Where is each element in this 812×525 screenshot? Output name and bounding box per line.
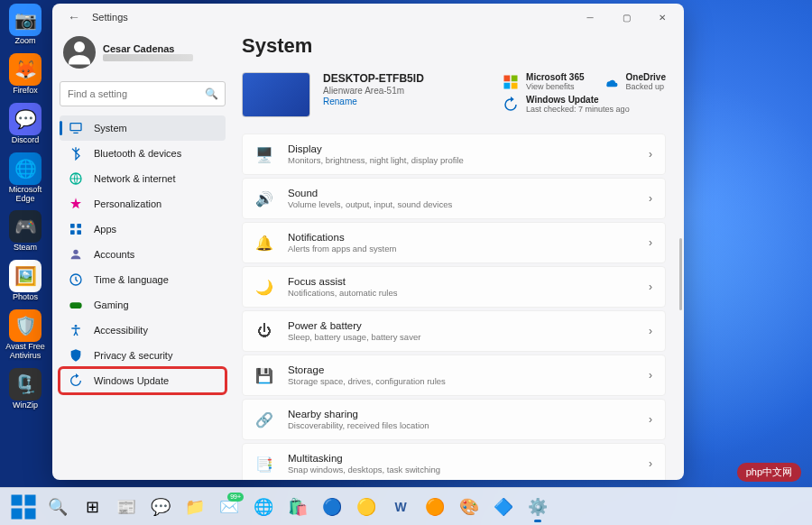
chevron-right-icon: ›	[649, 369, 652, 382]
card-title: Notifications	[288, 232, 634, 243]
user-account-row[interactable]: Cesar Cadenas	[60, 31, 226, 78]
app-icon-3[interactable]: 🎨	[453, 491, 485, 523]
nav-item-time-language[interactable]: Time & language	[60, 267, 226, 292]
nav-item-privacy-security[interactable]: Privacy & security	[60, 343, 226, 368]
setting-card-sound[interactable]: 🔊SoundVolume levels, output, input, soun…	[242, 178, 666, 219]
gaming-icon	[69, 298, 83, 312]
app-icon-4[interactable]: 🔷	[487, 491, 520, 523]
app-icon-2[interactable]: 🟠	[419, 491, 451, 523]
setting-card-storage[interactable]: 💾StorageStorage space, drives, configura…	[242, 355, 666, 396]
store-icon[interactable]: 🛍️	[281, 491, 314, 523]
user-name: Cesar Cadenas	[103, 43, 193, 54]
network-icon	[69, 171, 83, 186]
device-thumbnail	[242, 72, 310, 117]
setting-card-power-battery[interactable]: ⏻Power & batterySleep, battery usage, ba…	[242, 310, 666, 352]
minimize-button[interactable]: ─	[572, 4, 608, 31]
back-button[interactable]: ←	[56, 4, 92, 31]
icon-label: WinZip	[13, 401, 38, 410]
svg-rect-12	[504, 75, 511, 81]
card-icon: 💾	[255, 366, 273, 384]
nav-item-accessibility[interactable]: Accessibility	[60, 318, 226, 343]
desktop-icon-microsoft-edge[interactable]: 🌐Microsoft Edge	[4, 152, 47, 204]
status-update-status[interactable]: Windows UpdateLast checked: 7 minutes ag…	[503, 95, 666, 114]
nav-label: System	[94, 123, 127, 134]
mail-badge: 99+	[227, 493, 244, 502]
desktop-icon-firefox[interactable]: 🦊Firefox	[4, 53, 47, 96]
card-subtitle: Monitors, brightness, night light, displ…	[288, 155, 634, 165]
setting-card-focus-assist[interactable]: 🌙Focus assistNotifications, automatic ru…	[242, 266, 666, 308]
nav-item-apps[interactable]: Apps	[60, 216, 226, 242]
chrome-icon[interactable]: 🟡	[350, 491, 383, 523]
privacy-icon	[69, 348, 83, 363]
close-button[interactable]: ✕	[644, 4, 680, 31]
setting-card-notifications[interactable]: 🔔NotificationsAlerts from apps and syste…	[242, 222, 666, 263]
taskbar: 🔍 ⊞ 📰 💬 📁 ✉️99+ 🌐 🛍️ 🔵 🟡 W 🟠 🎨 🔷 ⚙️	[0, 487, 812, 525]
svg-rect-6	[70, 230, 75, 235]
card-subtitle: Volume levels, output, input, sound devi…	[288, 199, 634, 209]
desktop-icon-steam[interactable]: 🎮Steam	[4, 210, 47, 253]
nav-label: Privacy & security	[94, 350, 172, 361]
setting-card-nearby-sharing[interactable]: 🔗Nearby sharingDiscoverability, received…	[242, 399, 666, 440]
file-explorer-icon[interactable]: 📁	[179, 491, 211, 523]
status-onedrive[interactable]: OneDriveBacked up	[603, 72, 666, 91]
svg-point-8	[73, 250, 78, 254]
chevron-right-icon: ›	[649, 281, 652, 293]
svg-rect-14	[504, 82, 511, 88]
svg-point-0	[74, 41, 85, 52]
nav-list: SystemBluetooth & devicesNetwork & inter…	[60, 115, 226, 393]
app-icon: 🖼️	[9, 260, 42, 292]
card-title: Storage	[288, 364, 634, 375]
app-icon-1[interactable]: 🔵	[316, 491, 348, 523]
card-icon: 🖥️	[255, 145, 273, 163]
maximize-button[interactable]: ▢	[608, 4, 644, 31]
search-input[interactable]	[60, 81, 226, 106]
setting-card-multitasking[interactable]: 📑MultitaskingSnap windows, desktops, tas…	[242, 443, 666, 480]
desktop-icon-winzip[interactable]: 🗜️WinZip	[4, 368, 47, 410]
svg-rect-15	[512, 82, 518, 88]
widgets-icon[interactable]: 📰	[110, 491, 143, 523]
edge-icon[interactable]: 🌐	[247, 491, 280, 523]
card-subtitle: Discoverability, received files location	[288, 420, 634, 430]
m365-icon	[503, 74, 519, 90]
desktop-icon-photos[interactable]: 🖼️Photos	[4, 260, 47, 302]
rename-link[interactable]: Rename	[323, 97, 424, 106]
start-button[interactable]	[7, 491, 40, 523]
desktop-icon-avast-free-antivirus[interactable]: 🛡️Avast Free Antivirus	[4, 309, 47, 361]
window-titlebar: ← Settings ─ ▢ ✕	[52, 4, 684, 31]
settings-sidebar: Cesar Cadenas 🔍 SystemBluetooth & device…	[52, 31, 233, 480]
settings-window: ← Settings ─ ▢ ✕ Cesar Cadenas 🔍	[52, 4, 684, 480]
scrollbar-thumb[interactable]	[679, 238, 682, 310]
setting-card-display[interactable]: 🖥️DisplayMonitors, brightness, night lig…	[242, 134, 666, 175]
desktop-icon-zoom[interactable]: 📷Zoom	[4, 4, 47, 46]
nav-label: Apps	[94, 224, 116, 235]
bluetooth-icon	[69, 146, 83, 161]
icon-label: Microsoft Edge	[4, 186, 47, 204]
taskbar-search-icon[interactable]: 🔍	[42, 491, 74, 523]
nav-item-bluetooth-devices[interactable]: Bluetooth & devices	[60, 141, 226, 166]
user-avatar	[63, 36, 96, 69]
search-box: 🔍	[60, 81, 226, 106]
nav-item-gaming[interactable]: Gaming	[60, 292, 226, 318]
nav-label: Time & language	[94, 274, 169, 285]
nav-item-personalization[interactable]: Personalization	[60, 191, 226, 216]
nav-item-network-internet[interactable]: Network & internet	[60, 166, 226, 191]
chat-icon[interactable]: 💬	[144, 491, 177, 523]
mail-icon[interactable]: ✉️99+	[213, 491, 245, 523]
svg-rect-18	[12, 508, 23, 519]
desktop-icon-discord[interactable]: 💬Discord	[4, 103, 47, 145]
accessibility-icon	[69, 323, 83, 337]
svg-point-11	[75, 325, 78, 327]
user-email	[103, 54, 193, 61]
settings-taskbar-icon[interactable]: ⚙️	[521, 491, 554, 523]
icon-label: Avast Free Antivirus	[4, 343, 47, 361]
nav-item-accounts[interactable]: Accounts	[60, 242, 226, 267]
task-view-icon[interactable]: ⊞	[76, 491, 108, 523]
svg-rect-7	[77, 230, 81, 235]
svg-rect-10	[69, 302, 81, 309]
status-title: Microsoft 365	[526, 72, 584, 82]
nav-label: Windows Update	[94, 375, 169, 386]
status-m365[interactable]: Microsoft 365View benefits	[503, 72, 584, 91]
nav-item-system[interactable]: System	[60, 115, 226, 141]
word-icon[interactable]: W	[384, 491, 417, 523]
nav-item-windows-update[interactable]: Windows Update	[60, 368, 226, 393]
